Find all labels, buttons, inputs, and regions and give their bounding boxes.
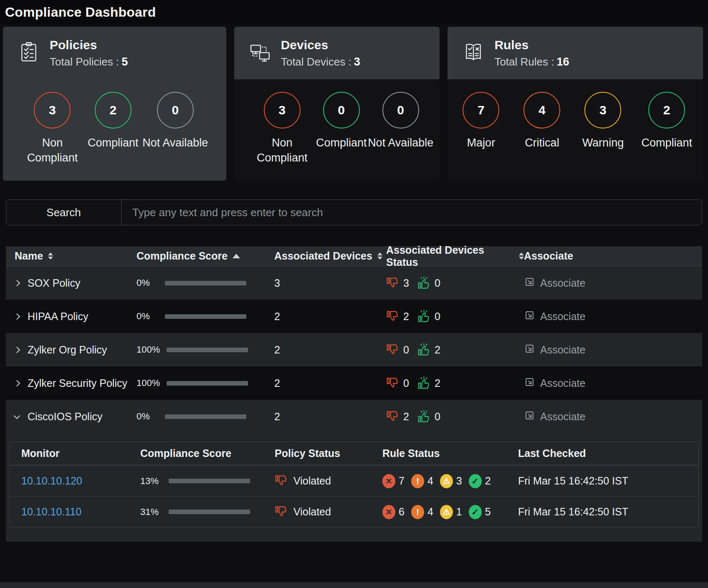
page-title: Compliance Dashboard xyxy=(5,5,156,20)
policy-name: HIPAA Policy xyxy=(28,310,88,323)
compliance-score-value: 0% xyxy=(137,311,158,322)
table-row-ciscoios-policy[interactable]: CiscoIOS Policy 0% 2 2 0 Associate xyxy=(6,400,702,433)
policies-total: Total Policies :5 xyxy=(50,56,128,68)
thumbs-down-icon xyxy=(386,310,399,323)
sort-asc-icon[interactable] xyxy=(233,254,240,258)
policy-table-header: Name Compliance Score Associated Devices… xyxy=(6,246,702,266)
rules-stat-warning: 3 Warning xyxy=(580,92,625,181)
table-row-hipaa-policy[interactable]: HIPAA Policy 0% 2 2 0 Associate xyxy=(6,300,702,333)
associate-link[interactable]: Associate xyxy=(524,376,702,390)
subcolumn-policy-status: Policy Status xyxy=(275,447,382,459)
critical-badge-icon: ✕ xyxy=(382,505,395,519)
policies-card-title: Policies xyxy=(50,38,128,52)
compliance-score-bar xyxy=(165,314,246,319)
rules-total: Total Rules :16 xyxy=(494,56,569,68)
compliance-score-value: 0% xyxy=(137,411,158,422)
column-header-associated-devices-status[interactable]: Associated Devices Status xyxy=(386,244,524,268)
devices-card: Devices Total Devices :3 3 Non Compliant… xyxy=(234,27,440,181)
monitor-subtable: Monitor Compliance Score Policy Status R… xyxy=(9,442,699,527)
expand-chevron-icon[interactable] xyxy=(14,280,20,286)
compliance-score-value: 0% xyxy=(137,278,158,288)
monitor-ip-link[interactable]: 10.10.10.120 xyxy=(21,475,82,487)
subcolumn-rule-status: Rule Status xyxy=(382,447,518,459)
policies-card: Policies Total Policies :5 3 Non Complia… xyxy=(3,27,226,181)
search-bar: Search xyxy=(6,199,702,225)
policies-card-header: Policies Total Policies :5 xyxy=(3,27,226,79)
devices-monitors-icon xyxy=(249,41,271,65)
column-header-name[interactable]: Name xyxy=(6,250,137,262)
critical-count: 6 xyxy=(399,506,405,518)
monitor-score-bar xyxy=(169,510,250,514)
thumbs-up-icon xyxy=(417,410,430,424)
compliance-score-bar xyxy=(167,348,248,352)
expand-chevron-icon[interactable] xyxy=(14,313,20,320)
associate-icon xyxy=(524,310,535,323)
compliant-badge-icon: ✓ xyxy=(469,474,482,488)
monitor-score-value: 13% xyxy=(140,476,162,487)
thumbs-down-icon xyxy=(386,410,399,424)
associate-link[interactable]: Associate xyxy=(524,310,702,323)
violated-thumbs-down-icon xyxy=(275,474,288,488)
major-count: 4 xyxy=(427,475,433,487)
violated-thumbs-down-icon xyxy=(275,505,288,519)
warning-badge-icon: ⚠ xyxy=(440,505,453,519)
expand-chevron-icon[interactable] xyxy=(14,346,20,353)
associate-icon xyxy=(524,376,535,390)
horizontal-scrollbar-track[interactable] xyxy=(0,582,708,588)
warning-badge-icon: ⚠ xyxy=(440,474,453,488)
associate-icon xyxy=(524,343,535,357)
column-header-associate: Associate xyxy=(524,250,702,262)
compliance-score-value: 100% xyxy=(137,378,160,389)
monitor-ip-link[interactable]: 10.10.10.110 xyxy=(21,506,81,517)
stat-circle: 0 xyxy=(382,92,419,129)
policies-stat-compliant: 2 Compliant xyxy=(83,92,143,181)
devices-stat-non-compliant: 3 Non Compliant xyxy=(253,92,312,181)
associated-devices-count: 2 xyxy=(274,344,280,356)
policy-name: Zylker Security Policy xyxy=(28,377,127,389)
compliant-count: 5 xyxy=(485,506,491,518)
major-badge-icon: ! xyxy=(411,505,424,519)
thumbs-up-icon xyxy=(417,343,430,357)
sort-icon[interactable] xyxy=(48,252,53,260)
thumbs-down-icon xyxy=(386,343,399,357)
title-bar: Compliance Dashboard xyxy=(0,0,708,24)
associate-link[interactable]: Associate xyxy=(524,276,702,290)
policies-stat-non-compliant: 3 Non Compliant xyxy=(21,92,83,181)
compliance-score-bar xyxy=(165,281,246,285)
rules-card-header: Rules Total Rules :16 xyxy=(448,27,703,79)
table-row-zylker-org-policy[interactable]: Zylker Org Policy 100% 2 0 2 Associate xyxy=(6,333,702,366)
thumbs-down-icon xyxy=(386,376,399,390)
devices-card-title: Devices xyxy=(281,38,360,52)
stat-circle: 0 xyxy=(323,92,360,129)
column-header-compliance-score[interactable]: Compliance Score xyxy=(137,250,274,262)
rules-stat-major: 7 Major xyxy=(458,92,503,181)
associated-devices-count: 2 xyxy=(274,411,280,422)
devices-total: Total Devices :3 xyxy=(281,56,360,68)
search-label: Search xyxy=(6,200,121,225)
stat-circle: 3 xyxy=(584,92,621,129)
rules-card-title: Rules xyxy=(494,38,569,52)
thumbs-up-icon xyxy=(417,310,430,323)
compliant-count: 2 xyxy=(485,475,491,487)
sort-icon[interactable] xyxy=(519,252,524,260)
non-compliant-device-count: 0 xyxy=(403,344,409,356)
rules-book-icon xyxy=(463,41,484,65)
policy-name: Zylker Org Policy xyxy=(28,344,107,356)
collapse-chevron-icon[interactable] xyxy=(14,412,20,419)
associate-link[interactable]: Associate xyxy=(524,410,702,424)
last-checked-timestamp: Fri Mar 15 16:42:50 IST xyxy=(518,475,628,487)
associate-link[interactable]: Associate xyxy=(524,343,702,357)
column-header-associated-devices[interactable]: Associated Devices xyxy=(274,250,386,262)
expand-chevron-icon[interactable] xyxy=(14,380,20,386)
stat-circle: 2 xyxy=(95,92,131,129)
associated-devices-count: 3 xyxy=(274,277,280,289)
compliance-score-value: 100% xyxy=(137,344,160,355)
stat-circle: 3 xyxy=(34,92,71,129)
associated-devices-count: 2 xyxy=(274,310,280,322)
table-row-zylker-security-policy[interactable]: Zylker Security Policy 100% 2 0 2 Associ… xyxy=(6,366,702,400)
sort-icon[interactable] xyxy=(377,252,382,260)
search-input[interactable] xyxy=(121,200,702,225)
table-row-sox-policy[interactable]: SOX Policy 0% 3 3 0 Associate xyxy=(6,266,702,300)
policy-status-text: Violated xyxy=(293,475,331,487)
compliant-device-count: 2 xyxy=(435,377,440,389)
